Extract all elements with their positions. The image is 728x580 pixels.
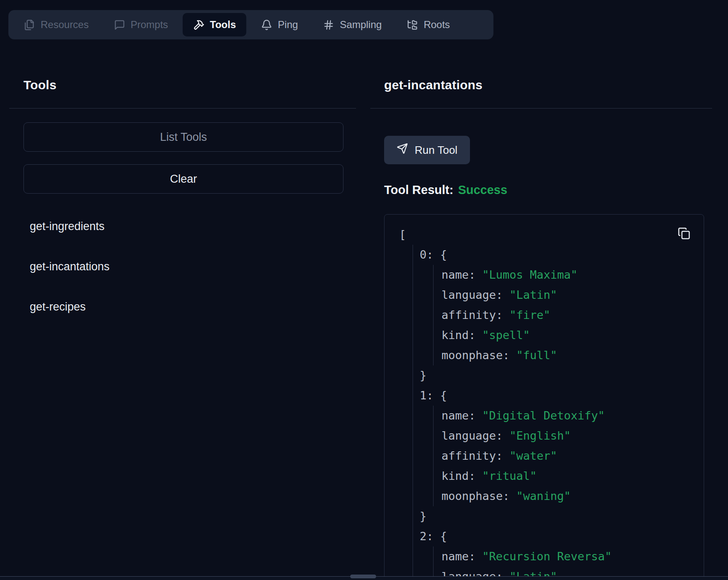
selected-tool-title: get-incantations [384,78,483,92]
json-line: name:"Lumos Maxima" [441,265,695,285]
tool-list-item-get-ingredients[interactable]: get-ingredients [30,219,105,233]
clear-button[interactable]: Clear [23,164,343,194]
copy-button[interactable] [677,227,691,241]
json-key: name: [441,550,482,563]
capability-tabbar: Resources Prompts Tools Ping Sampling Ro… [8,10,493,39]
nav-tab-roots[interactable]: Roots [396,13,460,36]
json-line: 0: { [420,245,695,265]
nav-tab-sampling[interactable]: Sampling [312,13,392,36]
json-key: name: [441,268,482,281]
json-line: [ [399,225,695,245]
json-key: affinity: [441,449,509,462]
nav-tab-prompts[interactable]: Prompts [103,13,178,36]
json-line: language:"Latin" [441,285,695,305]
json-value: "Recursion Reversa" [482,550,612,563]
tool-list-item-get-recipes[interactable]: get-recipes [30,300,86,314]
json-line: } [420,506,695,526]
json-key: kind: [441,469,482,482]
json-line: 2: { [420,526,695,546]
json-line: moonphase:"waning" [441,486,695,506]
json-key: affinity: [441,308,509,321]
json-line: 1: { [420,386,695,406]
tools-panel-divider [9,108,356,109]
horizontal-scrollbar-track[interactable] [0,576,728,580]
send-icon [397,143,408,157]
hammer-icon [193,19,204,31]
json-tree: [0: {name:"Lumos Maxima"language:"Latin"… [399,225,695,580]
json-line: moonphase:"full" [441,345,695,365]
selected-tool-divider [370,108,712,109]
json-key: moonphase: [441,349,516,362]
json-value: "Digital Detoxify" [482,409,605,422]
horizontal-scrollbar-thumb[interactable] [350,575,376,578]
tool-result-label: Tool Result: [384,183,453,197]
json-line: } [420,365,695,386]
run-tool-button[interactable]: Run Tool [384,136,470,164]
json-value: "fire" [509,308,550,321]
json-line: affinity:"fire" [441,305,695,325]
copy-icon [678,235,690,241]
json-value: "ritual" [482,469,537,482]
tool-result-json-viewer[interactable]: [0: {name:"Lumos Maxima"language:"Latin"… [384,214,704,580]
json-line: kind:"ritual" [441,466,695,486]
nav-tab-resources[interactable]: Resources [13,13,99,36]
json-key: name: [441,409,482,422]
json-key: language: [441,288,509,301]
json-value: "English" [509,429,571,442]
nav-tab-ping[interactable]: Ping [250,13,308,36]
json-object-fields: name:"Lumos Maxima"language:"Latin"affin… [433,265,695,365]
json-key: language: [441,429,509,442]
tool-result-status: Success [458,183,507,197]
json-array-items: 0: {name:"Lumos Maxima"language:"Latin"a… [413,245,695,580]
files-icon [24,19,35,31]
json-value: "full" [516,349,558,362]
json-line: name:"Recursion Reversa" [441,546,695,567]
hash-icon [323,19,334,31]
tool-list-item-get-incantations[interactable]: get-incantations [30,259,110,274]
json-object-fields: name:"Digital Detoxify"language:"English… [433,406,695,506]
json-object-fields: name:"Recursion Reversa"language:"Latin" [433,546,695,580]
json-line: affinity:"water" [441,446,695,466]
tool-list: get-ingredientsget-incantationsget-recip… [30,219,110,314]
nav-tab-tools[interactable]: Tools [183,13,246,36]
json-value: "water" [509,449,557,462]
bell-icon [261,19,272,31]
json-value: "spell" [482,329,530,342]
json-value: "Latin" [509,288,557,301]
json-line: name:"Digital Detoxify" [441,406,695,426]
tools-panel-title: Tools [23,78,57,92]
list-tools-button[interactable]: List Tools [23,122,343,152]
message-square-icon [114,19,125,31]
json-key: moonphase: [441,489,516,502]
json-value: "Lumos Maxima" [482,268,578,281]
json-line: kind:"spell" [441,325,695,345]
folder-tree-icon [407,19,418,31]
json-value: "waning" [516,489,571,502]
json-line: language:"English" [441,426,695,446]
json-key: kind: [441,329,482,342]
run-tool-label: Run Tool [415,144,457,157]
tool-result-line: Tool Result:Success [384,183,507,197]
